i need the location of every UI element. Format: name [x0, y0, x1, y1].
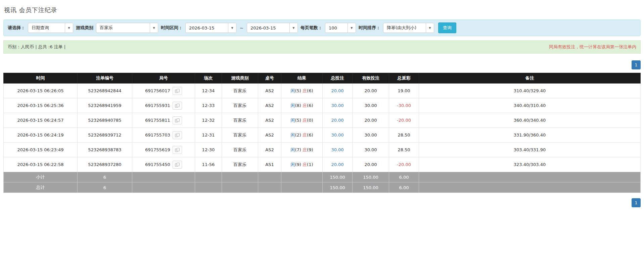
- cell-result: 闲(5) 庄(6): [281, 84, 323, 98]
- cell-table-no: AS2: [258, 98, 281, 113]
- cell-total-bet: 20.00: [323, 113, 353, 128]
- player-score: (5): [295, 88, 301, 93]
- cell-time: 2026-03-15 06:24:57: [4, 113, 78, 128]
- footer-label: 小计: [4, 172, 78, 182]
- table-row: 2026-03-15 06:24:19523268939712691755703…: [4, 128, 641, 143]
- column-header: 游戏类别: [222, 73, 258, 84]
- banker-score: (9): [307, 147, 313, 152]
- cell-valid-bet: 20.00: [353, 113, 389, 128]
- cell-bet-id: 523268938783: [78, 143, 132, 157]
- cell-bet-id: 523268941959: [78, 98, 132, 113]
- total-bet-link[interactable]: 30.00: [331, 147, 343, 152]
- cell-payout: 28.50: [389, 128, 419, 143]
- date-from-select[interactable]: 2026-03-15 ▼: [185, 23, 236, 33]
- page-button-1[interactable]: 1: [632, 60, 641, 69]
- cards-icon: [175, 103, 180, 108]
- cards-icon: [175, 89, 180, 93]
- footer-valid-bet: 150.00: [353, 172, 389, 182]
- total-bet-link[interactable]: 30.00: [331, 132, 343, 138]
- chevron-down-icon[interactable]: ▼: [228, 23, 236, 33]
- round-id-value: 691756017: [145, 88, 170, 93]
- game-type-value: 百家乐: [96, 23, 150, 33]
- date-range-label: 时间区间：: [161, 25, 183, 31]
- cell-valid-bet: 30.00: [353, 98, 389, 113]
- notice-text: 同局有效投注，统一计算在该局第一张注单内: [549, 44, 636, 50]
- pagination-bottom: 1: [3, 198, 641, 207]
- date-to-value: 2026-03-15: [247, 23, 289, 33]
- player-result: 闲: [291, 132, 295, 138]
- view-cards-button[interactable]: [173, 102, 182, 110]
- table-footer: 小计6150.00150.006.00总计6150.00150.006.00: [4, 172, 641, 193]
- betting-records-page: 视讯 会员下注纪录 请选择： 日期查询 ▼ 游戏类别 百家乐 ▼ 时间区间： 2…: [0, 0, 644, 211]
- cell-valid-bet: 30.00: [353, 128, 389, 143]
- player-result: 闲: [291, 147, 295, 152]
- cell-payout: 19.00: [389, 84, 419, 98]
- cell-session: 12-32: [195, 113, 222, 128]
- cell-round-id: 691755619: [132, 143, 195, 157]
- cell-payout: 28.50: [389, 143, 419, 157]
- view-cards-button[interactable]: [173, 116, 182, 124]
- search-button[interactable]: 查询: [438, 22, 456, 33]
- chevron-down-icon[interactable]: ▼: [426, 23, 434, 33]
- sort-select[interactable]: 降幂(由大到小) ▼: [383, 23, 434, 33]
- table-header-row: 时间注单编号局号场次游戏类别桌号结果总投注有效投注总派彩备注: [4, 73, 641, 84]
- banker-score: (6): [307, 88, 313, 93]
- cell-total-bet: 20.00: [323, 84, 353, 98]
- cell-note: 303.40/331.90: [419, 143, 641, 157]
- cell-session: 12-31: [195, 128, 222, 143]
- player-result: 闲: [291, 103, 295, 108]
- game-type-select[interactable]: 百家乐 ▼: [96, 23, 158, 33]
- cell-table-no: AS2: [258, 84, 281, 98]
- chevron-down-icon[interactable]: ▼: [150, 23, 158, 33]
- page-size-select[interactable]: 100 ▼: [325, 23, 356, 33]
- cell-table-no: AS1: [258, 157, 281, 172]
- cell-payout: -20.00: [389, 113, 419, 128]
- cell-result: 闲(2) 庄(6): [281, 128, 323, 143]
- cell-result: 闲(9) 庄(1): [281, 157, 323, 172]
- view-cards-button[interactable]: [173, 131, 182, 139]
- cell-total-bet: 30.00: [323, 98, 353, 113]
- footer-count: 6: [78, 182, 132, 193]
- total-bet-link[interactable]: 30.00: [331, 103, 343, 108]
- round-id-value: 691755931: [145, 103, 170, 108]
- cell-note: 310.40/329.40: [419, 84, 641, 98]
- banker-score: (1): [307, 162, 313, 167]
- cell-result: 闲(7) 庄(9): [281, 143, 323, 157]
- sort-value: 降幂(由大到小): [383, 23, 426, 33]
- column-header: 有效投注: [353, 73, 389, 84]
- cell-round-id: 691756017: [132, 84, 195, 98]
- payout-value: 19.00: [398, 88, 410, 93]
- cell-time: 2026-03-15 06:22:58: [4, 157, 78, 172]
- cell-result: 闲(8) 庄(6): [281, 98, 323, 113]
- total-bet-link[interactable]: 20.00: [331, 162, 343, 167]
- page-button-1[interactable]: 1: [632, 198, 641, 207]
- chevron-down-icon[interactable]: ▼: [289, 23, 297, 33]
- chevron-down-icon[interactable]: ▼: [65, 23, 73, 33]
- view-cards-button[interactable]: [173, 161, 182, 169]
- total-bet-link[interactable]: 20.00: [331, 88, 343, 93]
- cell-time: 2026-03-15 06:24:19: [4, 128, 78, 143]
- cell-game-type: 百家乐: [222, 128, 258, 143]
- query-type-select[interactable]: 日期查询 ▼: [28, 23, 73, 33]
- cell-table-no: AS2: [258, 113, 281, 128]
- view-cards-button[interactable]: [173, 146, 182, 154]
- cell-total-bet: 20.00: [323, 157, 353, 172]
- player-result: 闲: [291, 118, 295, 123]
- cell-session: 12-33: [195, 98, 222, 113]
- footer-payout: 6.00: [389, 182, 419, 193]
- summary-row: 小计6150.00150.006.00: [4, 172, 641, 182]
- cell-bet-id: 523268942844: [78, 84, 132, 98]
- view-cards-button[interactable]: [173, 87, 182, 95]
- payout-value: -30.00: [397, 103, 411, 108]
- total-bet-link[interactable]: 20.00: [331, 118, 343, 123]
- summary-row: 总计6150.00150.006.00: [4, 182, 641, 193]
- cell-round-id: 691755450: [132, 157, 195, 172]
- date-to-select[interactable]: 2026-03-15 ▼: [247, 23, 298, 33]
- cell-bet-id: 523268939712: [78, 128, 132, 143]
- chevron-down-icon[interactable]: ▼: [348, 23, 356, 33]
- table-row: 2026-03-15 06:25:36523268941959691755931…: [4, 98, 641, 113]
- cell-game-type: 百家乐: [222, 113, 258, 128]
- cell-time: 2026-03-15 06:23:49: [4, 143, 78, 157]
- cards-icon: [175, 162, 180, 167]
- cell-table-no: AS2: [258, 128, 281, 143]
